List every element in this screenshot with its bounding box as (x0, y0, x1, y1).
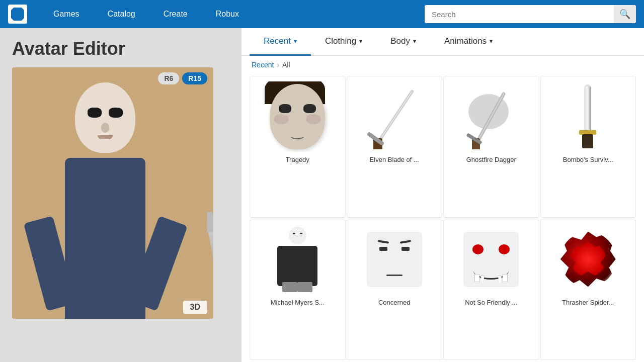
item-label-tragedy: Tragedy (286, 156, 309, 163)
item-thumb-tragedy (262, 81, 333, 152)
svg-line-1 (377, 92, 412, 144)
tab-body-chevron: ▾ (413, 38, 416, 45)
item-label-elven-blade: Elven Blade of ... (370, 156, 419, 163)
nav-robux[interactable]: Robux (202, 0, 253, 28)
item-label-ghostfire: Ghostfire Dagger (466, 156, 516, 163)
breadcrumb: Recent › All (242, 56, 644, 74)
search-button[interactable]: 🔍 (614, 5, 636, 23)
avatar-badges: R6 R15 (158, 72, 207, 84)
badge-3d[interactable]: 3D (183, 301, 207, 314)
svg-marker-10 (584, 84, 591, 86)
item-thumb-elven-blade (359, 81, 430, 152)
item-label-michael-myers: Michael Myers S... (271, 299, 325, 306)
tab-clothing-label: Clothing (325, 36, 356, 46)
item-label-concerned: Concerned (378, 299, 411, 306)
tab-body-label: Body (390, 36, 410, 46)
elven-blade-visual (364, 84, 425, 149)
item-thumb-concerned (359, 224, 430, 295)
item-card-ghostfire[interactable]: Ghostfire Dagger (443, 76, 539, 218)
tab-animations[interactable]: Animations ▾ (430, 28, 507, 56)
item-thumb-thrasher (553, 224, 623, 295)
tab-animations-chevron: ▾ (490, 38, 493, 45)
roblox-logo[interactable] (8, 5, 27, 24)
item-thumb-ghostfire (456, 81, 526, 152)
mask-mouth (98, 135, 113, 139)
item-thumb-michael-myers (262, 224, 333, 295)
thrasher-visual (558, 229, 618, 290)
mask-eye-left (88, 108, 102, 118)
left-panel: Avatar Editor R6 R (0, 28, 242, 362)
nav-links: Games Catalog Create Robux (39, 0, 253, 28)
category-tabs: Recent ▾ Clothing ▾ Body ▾ Animations ▾ (242, 28, 644, 56)
tab-clothing[interactable]: Clothing ▾ (311, 28, 376, 56)
tab-clothing-chevron: ▾ (359, 38, 362, 45)
tab-recent-chevron: ▾ (294, 38, 297, 45)
search-input[interactable] (425, 5, 614, 23)
tab-recent[interactable]: Recent ▾ (250, 28, 311, 56)
avatar-figure (30, 72, 181, 319)
item-label-thrasher: Thrasher Spider... (562, 299, 614, 306)
badge-r6[interactable]: R6 (158, 72, 179, 84)
item-card-tragedy[interactable]: Tragedy (250, 76, 346, 218)
tab-body[interactable]: Body ▾ (376, 28, 430, 56)
navbar: Games Catalog Create Robux 🔍 (0, 0, 644, 28)
item-label-not-so-friendly: Not So Friendly ... (465, 299, 517, 306)
knife (208, 226, 213, 319)
concerned-face-visual (367, 232, 422, 287)
item-thumb-not-so-friendly (456, 224, 526, 295)
item-card-bombo[interactable]: Bombo's Surviv... (540, 76, 636, 218)
right-panel: Recent ▾ Clothing ▾ Body ▾ Animations ▾ … (242, 28, 644, 362)
items-grid: Tragedy Elven Blade of ... (242, 74, 644, 362)
mask-eye-right (109, 108, 123, 118)
breadcrumb-current: All (282, 61, 290, 69)
avatar-head (75, 82, 135, 153)
item-card-michael-myers[interactable]: Michael Myers S... (250, 219, 346, 360)
badge-r15[interactable]: R15 (182, 72, 207, 84)
nav-catalog[interactable]: Catalog (94, 0, 149, 28)
main-content: Avatar Editor R6 R (0, 28, 644, 362)
avatar-body (65, 158, 145, 319)
item-card-elven-blade[interactable]: Elven Blade of ... (347, 76, 443, 218)
mm-shirt-visual (270, 227, 325, 292)
ghostfire-dagger-visual (461, 84, 521, 149)
breadcrumb-separator: › (277, 61, 279, 69)
item-label-bombo: Bombo's Surviv... (563, 156, 613, 163)
item-card-concerned[interactable]: Concerned (347, 219, 443, 360)
avatar-preview: R6 R15 3D (12, 67, 213, 319)
item-card-not-so-friendly[interactable]: Not So Friendly ... (443, 219, 539, 360)
search-container: 🔍 (425, 5, 636, 23)
avatar-arm-left (24, 216, 76, 311)
svg-rect-9 (584, 86, 591, 132)
item-card-thrasher[interactable]: Thrasher Spider... (540, 219, 636, 360)
nav-games[interactable]: Games (39, 0, 94, 28)
svg-rect-11 (579, 130, 596, 135)
page-title: Avatar Editor (12, 38, 229, 59)
tab-recent-label: Recent (264, 36, 291, 46)
breadcrumb-recent[interactable]: Recent (252, 61, 274, 69)
mask-nose (101, 123, 109, 133)
tragedy-mask-visual (270, 84, 325, 149)
svg-rect-12 (582, 134, 593, 148)
bombo-knife-visual (568, 84, 608, 149)
nsf-face-visual (463, 232, 519, 287)
item-thumb-bombo (553, 81, 623, 152)
avatar-arm-right (128, 216, 188, 311)
tab-animations-label: Animations (444, 36, 487, 46)
nav-create[interactable]: Create (149, 0, 202, 28)
